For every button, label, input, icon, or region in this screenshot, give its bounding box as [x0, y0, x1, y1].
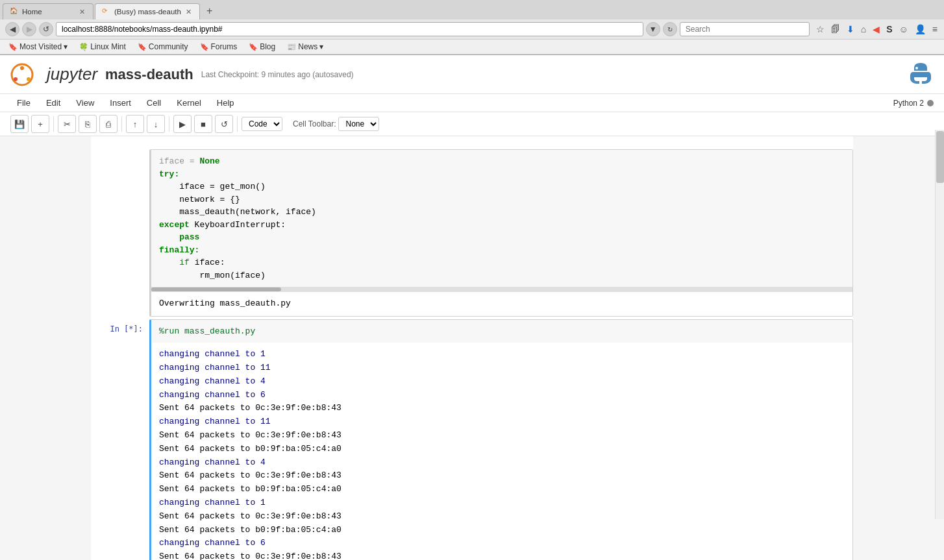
reader-icon[interactable]: 🗐	[830, 24, 841, 34]
cell-1-label	[91, 149, 149, 317]
toolbar-separator-2	[121, 116, 122, 132]
page-scrollbar-thumb	[936, 131, 944, 183]
bookmark-icon-news: 📰	[287, 43, 296, 51]
browser-toolbar-icons: ☆ 🗐 ⬇ ⌂ ◀ S ☺ 👤 ≡	[815, 24, 939, 34]
copy-btn[interactable]: ⎘	[79, 115, 97, 133]
emoji-icon[interactable]: ☺	[898, 24, 910, 34]
kernel-name: Python 2	[893, 99, 924, 108]
cell-2-output: changing channel to 1 changing channel t…	[151, 343, 852, 560]
bookmark-icon-community: 🔖	[138, 43, 147, 51]
cell-1-content[interactable]: iface = None try: iface = get_mon() netw…	[149, 149, 853, 317]
menu-bar: File Edit View Insert Cell Kernel Help P…	[0, 94, 944, 112]
tab-home[interactable]: 🏠 Home ✕	[3, 3, 93, 19]
cell-toolbar-select[interactable]: None	[338, 117, 379, 131]
page-scrollbar[interactable]	[935, 130, 944, 519]
svg-point-4	[915, 67, 918, 69]
menu-icon[interactable]: ≡	[931, 24, 939, 34]
bookmark-most-visited[interactable]: 🔖 Most Visited ▾	[5, 41, 71, 53]
cell-1-code[interactable]: iface = None try: iface = get_mon() netw…	[151, 150, 852, 287]
tab-busy-close[interactable]: ✕	[184, 8, 193, 16]
menu-kernel[interactable]: Kernel	[170, 95, 208, 110]
bookmark-linux-mint[interactable]: 🍀 Linux Mint	[76, 41, 129, 53]
add-cell-btn[interactable]: +	[31, 115, 49, 133]
reload-button[interactable]: ↺	[39, 22, 53, 36]
cell-2: In [*]: %run mass_deauth.py changing cha…	[91, 319, 853, 560]
move-down-btn[interactable]: ↓	[147, 115, 165, 133]
search-input[interactable]	[680, 22, 810, 36]
paste-btn[interactable]: ⎙	[99, 115, 118, 133]
toolbar-separator-3	[169, 116, 169, 132]
tab-home-title: Home	[22, 8, 75, 16]
bookmark-icon-most-visited: 🔖	[8, 43, 18, 51]
menu-edit[interactable]: Edit	[40, 95, 67, 110]
bookmark-star-icon[interactable]: ☆	[815, 24, 826, 34]
new-tab-button[interactable]: +	[201, 3, 217, 19]
bookmark-news[interactable]: 📰 News ▾	[284, 41, 327, 53]
svg-point-3	[14, 77, 18, 81]
bookmark-blog[interactable]: 🔖 Blog	[245, 41, 279, 53]
browser-chrome: 🏠 Home ✕ ⟳ (Busy) mass-deauth ✕ + ◀ ▶ ↺ …	[0, 0, 944, 55]
tab-bar: 🏠 Home ✕ ⟳ (Busy) mass-deauth ✕ +	[0, 0, 944, 19]
cell-1-scrollbar[interactable]	[151, 287, 852, 292]
main-content: jupyter mass-deauth Last Checkpoint: 9 m…	[0, 55, 944, 560]
cell-2-content[interactable]: %run mass_deauth.py changing channel to …	[149, 319, 853, 560]
bookmark-icon-forums: 🔖	[200, 43, 209, 51]
move-up-btn[interactable]: ↑	[126, 115, 144, 133]
cell-1-output: Overwriting mass_deauth.py	[151, 292, 852, 316]
jupyter-logo-svg	[10, 63, 34, 86]
jupyter-header: jupyter mass-deauth Last Checkpoint: 9 m…	[0, 55, 944, 94]
cell-toolbar-label: Cell Toolbar:	[293, 119, 336, 128]
kernel-status: Python 2	[893, 99, 934, 108]
menu-insert[interactable]: Insert	[103, 95, 138, 110]
toolbar-separator-1	[53, 116, 54, 132]
address-input[interactable]	[56, 22, 643, 36]
cell-1: iface = None try: iface = get_mon() netw…	[91, 149, 853, 317]
download-icon[interactable]: ⬇	[845, 24, 856, 34]
restart-btn[interactable]: ↺	[215, 115, 233, 133]
dropdown-button[interactable]: ▼	[646, 22, 660, 36]
checkpoint-info: Last Checkpoint: 9 minutes ago (autosave…	[201, 70, 354, 79]
cell-2-label: In [*]:	[91, 319, 149, 560]
notebook-name: mass-deauth	[105, 66, 193, 83]
bookmark-icon-linux-mint: 🍀	[79, 43, 88, 51]
tab-busy-title: (Busy) mass-deauth	[114, 8, 181, 16]
toolbar-separator-4	[237, 116, 238, 132]
jupyter-name: jupyter	[47, 64, 97, 84]
bookmark-icon-blog: 🔖	[249, 43, 258, 51]
pocket-icon[interactable]: ◀	[871, 24, 881, 34]
menu-file[interactable]: File	[10, 95, 37, 110]
user-icon[interactable]: 👤	[913, 24, 927, 34]
refresh-button[interactable]: ↻	[663, 22, 677, 36]
python-logo-svg	[908, 60, 934, 86]
kernel-status-dot	[927, 100, 934, 106]
tab-busy-favicon: ⟳	[102, 7, 111, 16]
menu-view[interactable]: View	[69, 95, 101, 110]
notebook-toolbar: 💾 + ✂ ⎘ ⎙ ↑ ↓ ▶ ■ ↺ Code Cell Toolbar: N…	[0, 112, 944, 136]
cell-type-select[interactable]: Code	[242, 117, 282, 131]
save-btn[interactable]: 💾	[10, 115, 29, 133]
svg-point-1	[20, 66, 24, 70]
run-btn[interactable]: ▶	[173, 115, 192, 133]
menu-cell[interactable]: Cell	[140, 95, 168, 110]
address-bar: ◀ ▶ ↺ ▼ ↻ ☆ 🗐 ⬇ ⌂ ◀ S ☺ 👤 ≡	[0, 19, 944, 40]
tab-home-favicon: 🏠	[10, 7, 19, 16]
bookmarks-bar: 🔖 Most Visited ▾ 🍀 Linux Mint 🔖 Communit…	[0, 40, 944, 55]
sync-icon[interactable]: S	[885, 24, 893, 34]
tab-home-close[interactable]: ✕	[78, 8, 86, 16]
cell-1-scrollbar-thumb	[151, 287, 281, 291]
svg-point-2	[27, 77, 31, 81]
cut-btn[interactable]: ✂	[58, 115, 76, 133]
back-button[interactable]: ◀	[5, 22, 19, 36]
tab-busy[interactable]: ⟳ (Busy) mass-deauth ✕	[95, 3, 200, 19]
notebook-container: iface = None try: iface = get_mon() netw…	[91, 136, 853, 560]
cell-2-code[interactable]: %run mass_deauth.py	[151, 320, 852, 343]
menu-help[interactable]: Help	[210, 95, 241, 110]
bookmark-community[interactable]: 🔖 Community	[134, 41, 192, 53]
home-icon[interactable]: ⌂	[860, 24, 867, 34]
svg-point-5	[923, 77, 926, 80]
forward-button[interactable]: ▶	[22, 22, 36, 36]
jupyter-logo	[10, 63, 34, 86]
bookmark-forums[interactable]: 🔖 Forums	[197, 41, 241, 53]
python-logo	[908, 60, 934, 88]
interrupt-btn[interactable]: ■	[194, 115, 212, 133]
